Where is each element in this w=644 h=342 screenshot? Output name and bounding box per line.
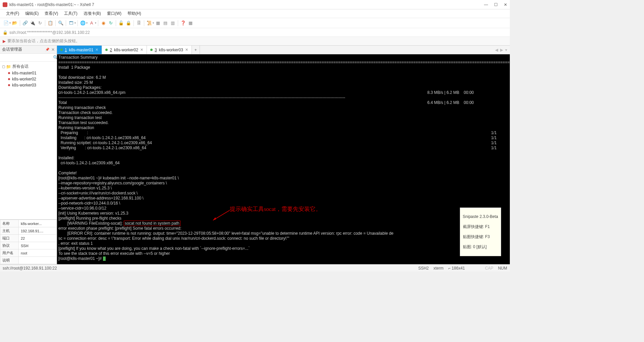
term-line: Installed: — [58, 156, 74, 160]
script-dd[interactable]: ▾ — [153, 21, 154, 24]
toolbar: 📄▾ 📂 🔗 🔌 ↻ 📋 🔍 🗔▾ 🌐▾ A▾ ◉ ↻ 🔓 🔒 🗄 📜▾ ▦ ▤… — [0, 18, 510, 28]
term-line: Install 1 Package — [58, 65, 90, 70]
tab-master01[interactable]: 1k8s-master01✕ — [57, 46, 102, 54]
cursor — [103, 256, 106, 261]
properties-dd[interactable]: ▾ — [74, 21, 76, 24]
term-line: 1/1 — [491, 140, 497, 145]
term-line: ========================================… — [58, 60, 510, 65]
sidebar-title: 会话管理器 — [2, 47, 45, 52]
addressbar[interactable]: 🔒 ssh://root:****************@192.168.91… — [0, 28, 510, 37]
cascade-icon[interactable]: ▦ — [155, 20, 161, 26]
term-line: Transaction Summary — [58, 55, 98, 60]
status-dot-icon — [60, 49, 63, 51]
status-dot-icon — [150, 49, 153, 51]
font-icon[interactable]: A — [88, 20, 95, 26]
menu-tabs[interactable]: 选项卡(B) — [81, 10, 104, 17]
tile-h-icon[interactable]: ▤ — [162, 20, 169, 26]
prop-key: 主机 — [0, 227, 19, 235]
tab-close-icon[interactable]: ✕ — [95, 48, 98, 52]
prop-key: 说明 — [0, 257, 19, 264]
menu-tools[interactable]: 工具(T) — [61, 10, 80, 17]
search-input[interactable] — [1, 55, 53, 61]
minimize-button[interactable]: — — [484, 2, 488, 7]
term-line: Running scriptlet: cri-tools-1.24.2-1.oe… — [58, 140, 491, 146]
status-term: xterm — [433, 266, 443, 271]
term-line: Preparing : — [58, 130, 491, 135]
tab-next-icon[interactable]: ▶ — [500, 48, 503, 52]
session-manager: 会话管理器 📌 ✕ 🔍 ▢ 📁 所有会话 k8s-master01 k8s-wo… — [0, 46, 57, 264]
script-icon[interactable]: 📜 — [146, 20, 153, 26]
reconnect-icon[interactable]: ↻ — [37, 20, 43, 26]
search-icon[interactable]: 🔍 — [57, 20, 64, 26]
tooltip-line: 贴图快捷键: F3 — [463, 234, 498, 239]
tree-root-label: 所有会话 — [12, 64, 29, 69]
session-properties: 名称k8s-worker... 主机192.168.91.... 端口22 协议… — [0, 219, 57, 264]
prop-row: 端口22 — [0, 235, 57, 242]
term-line: [root@k8s-master01 ~]# kubeadm init --no… — [58, 176, 179, 180]
term-line: cri-tools-1.24.2-1.oe2309.x86_64 — [58, 161, 120, 165]
terminal[interactable]: Transaction Summary ====================… — [57, 54, 510, 264]
lock-icon[interactable]: 🔒 — [125, 20, 132, 26]
maximize-button[interactable]: ☐ — [494, 2, 498, 7]
flag-icon: ▶ — [3, 39, 6, 44]
new-session-dd[interactable]: ▾ — [9, 21, 11, 24]
session-item-worker03[interactable]: k8s-worker03 — [0, 82, 57, 88]
session-dot-icon — [8, 84, 10, 86]
prop-val — [19, 257, 57, 264]
copy-icon[interactable]: 📋 — [47, 20, 54, 26]
connect-icon[interactable]: 🔗 — [22, 20, 29, 26]
server-icon[interactable]: 🗄 — [136, 20, 142, 26]
properties-icon[interactable]: 🗔 — [68, 20, 74, 26]
prop-row: 说明 — [0, 257, 57, 264]
tab-label: k8s-worker02 — [114, 48, 138, 52]
close-button[interactable]: ✕ — [504, 2, 507, 7]
xftp-icon[interactable]: ◉ — [100, 20, 107, 26]
term-line: Verifying : cri-tools-1.24.2-1.oe2309.x8… — [58, 146, 491, 151]
term-line: [WARNING FileExisting-socat]: — [58, 221, 124, 226]
menu-edit[interactable]: 编辑(E) — [22, 10, 41, 17]
tab-list-icon[interactable]: ▾ — [505, 48, 507, 52]
tab-close-icon[interactable]: ✕ — [140, 48, 143, 52]
term-line: Complete! — [58, 171, 77, 175]
term-line: --service-cidr=10.96.0.0/12 — [58, 206, 106, 211]
open-icon[interactable]: 📂 — [11, 20, 18, 26]
globe-icon[interactable]: 🌐 — [79, 20, 86, 26]
menu-view[interactable]: 查看(V) — [42, 10, 61, 17]
sidebar-search: 🔍 — [0, 54, 57, 62]
tab-worker02[interactable]: 2k8s-worker02✕ — [102, 46, 147, 54]
help-icon[interactable]: ❓ — [180, 20, 186, 26]
session-tree: ▢ 📁 所有会话 k8s-master01 k8s-worker02 k8s-w… — [0, 62, 57, 219]
prop-key: 用户名 — [0, 249, 19, 257]
term-line: --image-repository=registry.aliyuncs.com… — [58, 181, 167, 185]
tab-worker03[interactable]: 3k8s-worker03✕ — [147, 46, 192, 54]
session-item-worker02[interactable]: k8s-worker02 — [0, 76, 57, 82]
tab-prev-icon[interactable]: ◀ — [495, 48, 498, 52]
sidebar-close-icon[interactable]: ✕ — [51, 47, 55, 52]
new-session-icon[interactable]: 📄 — [3, 20, 9, 26]
term-line: Running transaction — [58, 125, 94, 130]
font-dd[interactable]: ▾ — [95, 21, 96, 24]
tile-v-icon[interactable]: ▥ — [169, 20, 176, 26]
status-size: ⌐ 186x41 — [448, 266, 465, 271]
globe-dd[interactable]: ▾ — [86, 21, 88, 24]
tab-num: 2 — [110, 48, 112, 52]
prop-val: k8s-worker... — [19, 220, 57, 227]
lock-open-icon[interactable]: 🔓 — [118, 20, 124, 26]
tab-add-button[interactable]: + — [192, 46, 200, 54]
tab-close-icon[interactable]: ✕ — [185, 48, 188, 52]
term-line: --cri-socket=unix:///var/run/cri-dockerd… — [58, 191, 138, 195]
pin-icon[interactable]: 📌 — [45, 48, 49, 51]
disconnect-icon[interactable]: 🔌 — [29, 20, 36, 26]
tab-label: k8s-worker03 — [159, 48, 183, 52]
tooltip-line: Snipaste 2.3.0-Beta — [463, 214, 498, 219]
collapse-icon[interactable]: ▢ — [2, 65, 6, 68]
status-protocol: SSH2 — [418, 266, 429, 271]
tree-root[interactable]: ▢ 📁 所有会话 — [0, 63, 57, 70]
about-icon[interactable]: ▦ — [187, 20, 194, 26]
menu-help[interactable]: 帮助(H) — [125, 10, 144, 17]
refresh-icon[interactable]: ↻ — [107, 20, 114, 26]
menu-file[interactable]: 文件(F) — [3, 10, 22, 17]
menu-window[interactable]: 窗口(W) — [104, 10, 124, 17]
session-item-master01[interactable]: k8s-master01 — [0, 70, 57, 76]
term-line: 8.3 MB/s | 6.2 MB 00:00 — [427, 90, 474, 95]
